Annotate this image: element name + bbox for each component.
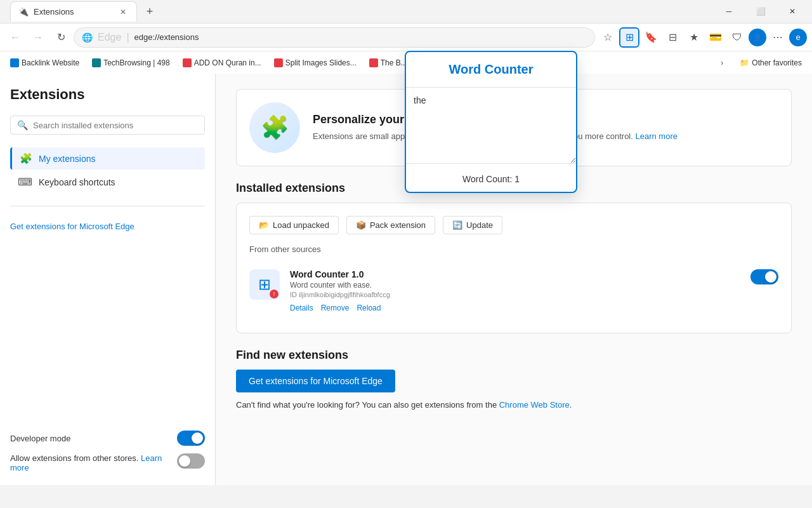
quran-favicon <box>183 58 192 67</box>
sidebar-icon[interactable]: ⊟ <box>662 27 683 48</box>
cant-find-text: Can't find what you're looking for? You … <box>236 400 792 410</box>
ext-toggle-wrapper <box>750 269 778 284</box>
favorites-icon[interactable]: ☆ <box>598 27 618 48</box>
banner-title: Personalize your browser <box>313 113 678 126</box>
pack-extension-button[interactable]: 📦 Pack extension <box>346 216 435 234</box>
ext-actions: Details Remove Reload <box>290 304 740 312</box>
banner-text: Personalize your browser Extensions are … <box>313 113 678 143</box>
profile-icon[interactable]: 👤 <box>749 29 766 46</box>
details-link[interactable]: Details <box>290 304 313 312</box>
search-icon: 🔍 <box>17 120 28 130</box>
my-extensions-icon: 🧩 <box>20 152 32 164</box>
load-unpacked-icon: 📂 <box>259 220 269 230</box>
from-sources-label: From other sources <box>249 244 778 254</box>
tab-icon: 🔌 <box>18 7 29 17</box>
keyboard-shortcuts-label: Keyboard shortcuts <box>39 177 115 187</box>
techbrowsing-favicon <box>92 58 101 67</box>
tab-bar: 🔌 Extensions ✕ + <box>5 0 165 23</box>
collections-icon[interactable]: 🔖 <box>641 27 661 48</box>
banner-description: Extensions are small apps that add featu… <box>313 130 678 143</box>
other-favorites-label: Other favorites <box>752 58 802 67</box>
reload-link[interactable]: Reload <box>357 304 381 312</box>
address-input-wrapper[interactable]: 🌐 Edge | edge://extensions <box>74 27 595 48</box>
backlink-favicon <box>10 58 19 67</box>
bookmark-backlink[interactable]: Backlink Website <box>5 56 84 70</box>
bookmark-techbrowsing-label: TechBrowsing | 498 <box>103 58 170 67</box>
ext-id: ID iljinmlkoibigidpgjflfihkoafbfccg <box>290 291 740 298</box>
developer-mode-row: Developer mode <box>10 431 205 446</box>
load-unpacked-bar: 📂 Load unpacked 📦 Pack extension 🔄 Updat… <box>249 216 778 234</box>
bookmark-split-label: Split Images Slides... <box>285 58 357 67</box>
sidebar-item-my-extensions[interactable]: 🧩 My extensions <box>10 147 205 170</box>
ext-header-row: Word Counter 1.0 <box>290 269 740 279</box>
bookmark-quran-label: ADD ON Quran in... <box>194 58 261 67</box>
back-button[interactable]: ← <box>5 27 25 48</box>
maximize-button[interactable]: ⬜ <box>746 1 775 22</box>
refresh-button[interactable]: ↻ <box>51 27 71 48</box>
my-extensions-label: My extensions <box>39 154 95 164</box>
bookmark-techbrowsing[interactable]: TechBrowsing | 498 <box>87 56 175 70</box>
wallet-icon[interactable]: 💳 <box>705 27 726 48</box>
keyboard-shortcuts-icon: ⌨ <box>18 176 32 188</box>
main-layout: Extensions 🔍 🧩 My extensions ⌨ Keyboard … <box>0 74 812 485</box>
bookmarks-bar: Backlink Website TechBrowsing | 498 ADD … <box>0 51 812 74</box>
settings-more-button[interactable]: ⋯ <box>768 27 788 48</box>
edge-logo-icon: 🌐 <box>82 32 93 43</box>
favorites-bar-icon[interactable]: ★ <box>684 27 704 48</box>
word-counter-toggle[interactable] <box>750 269 778 284</box>
developer-mode-toggle-knob <box>192 432 203 444</box>
window-controls: ─ ⬜ ✕ <box>714 1 807 22</box>
new-tab-button[interactable]: + <box>140 3 160 20</box>
update-button[interactable]: 🔄 Update <box>443 216 502 234</box>
ext-version: 1.0 <box>351 269 363 279</box>
other-favorites-folder[interactable]: 📁 Other favorites <box>735 56 807 70</box>
address-bar: ← → ↻ 🌐 Edge | edge://extensions ☆ ⊞ 🔖 ⊟… <box>0 23 812 51</box>
find-extensions-title: Find new extensions <box>236 349 792 362</box>
allow-ext-label: Allow extensions from other stores. Lear… <box>10 453 172 472</box>
search-input[interactable] <box>33 121 198 130</box>
minimize-button[interactable]: ─ <box>714 1 743 22</box>
ext-description: Word counter with ease. <box>290 281 740 290</box>
allow-ext-toggle-knob <box>179 455 190 467</box>
content-area: 🧩 Personalize your browser Extensions ar… <box>216 74 812 485</box>
chrome-store-link[interactable]: Chrome Web Store <box>499 400 570 410</box>
pack-extension-icon: 📦 <box>356 220 366 230</box>
banner-link[interactable]: Learn more <box>636 131 678 141</box>
theb-favicon <box>369 58 378 67</box>
forward-button[interactable]: → <box>28 27 48 48</box>
copilot-icon[interactable]: 🛡 <box>727 27 747 48</box>
split-favicon <box>274 58 283 67</box>
ext-name: Word Counter 1.0 <box>290 269 363 279</box>
allow-ext-toggle[interactable] <box>177 453 205 469</box>
developer-mode-label: Developer mode <box>10 434 70 443</box>
remove-link[interactable]: Remove <box>321 304 350 312</box>
bookmark-theb[interactable]: The B... <box>364 56 412 70</box>
search-box[interactable]: 🔍 <box>10 116 205 135</box>
extensions-tab[interactable]: 🔌 Extensions ✕ <box>10 1 137 22</box>
sidebar-item-keyboard-shortcuts[interactable]: ⌨ Keyboard shortcuts <box>10 171 205 193</box>
title-bar-left: 🔌 Extensions ✕ + <box>5 0 165 23</box>
get-extensions-link[interactable]: Get extensions for Microsoft Edge <box>10 222 205 231</box>
sidebar-nav: 🧩 My extensions ⌨ Keyboard shortcuts <box>10 147 205 193</box>
addr-pipe: | <box>126 32 129 43</box>
bookmark-theb-label: The B... <box>381 58 407 67</box>
tab-label: Extensions <box>34 7 74 17</box>
developer-mode-toggle[interactable] <box>177 431 205 446</box>
bookmarks-more-button[interactable]: › <box>714 55 730 70</box>
bookmark-quran[interactable]: ADD ON Quran in... <box>178 56 266 70</box>
title-bar: 🔌 Extensions ✕ + ─ ⬜ ✕ <box>0 0 812 23</box>
bookmark-split[interactable]: Split Images Slides... <box>269 56 362 70</box>
tab-close-button[interactable]: ✕ <box>117 6 129 18</box>
word-counter-card: ⊞ ! Word Counter 1.0 Word counter with e… <box>249 262 778 320</box>
edge-brand-icon[interactable]: e <box>789 29 807 46</box>
sidebar: Extensions 🔍 🧩 My extensions ⌨ Keyboard … <box>0 74 216 485</box>
close-button[interactable]: ✕ <box>778 1 807 22</box>
load-unpacked-button[interactable]: 📂 Load unpacked <box>249 216 339 234</box>
other-favorites-icon: 📁 <box>740 58 749 67</box>
word-counter-badge: ! <box>270 290 278 298</box>
get-extensions-button[interactable]: Get extensions for Microsoft Edge <box>236 370 395 392</box>
extensions-icon[interactable]: ⊞ <box>619 27 639 48</box>
installed-extensions-title: Installed extensions <box>236 182 792 195</box>
toolbar-icons: ☆ ⊞ 🔖 ⊟ ★ 💳 🛡 👤 ⋯ e <box>598 27 807 48</box>
personalize-banner: 🧩 Personalize your browser Extensions ar… <box>236 89 792 166</box>
